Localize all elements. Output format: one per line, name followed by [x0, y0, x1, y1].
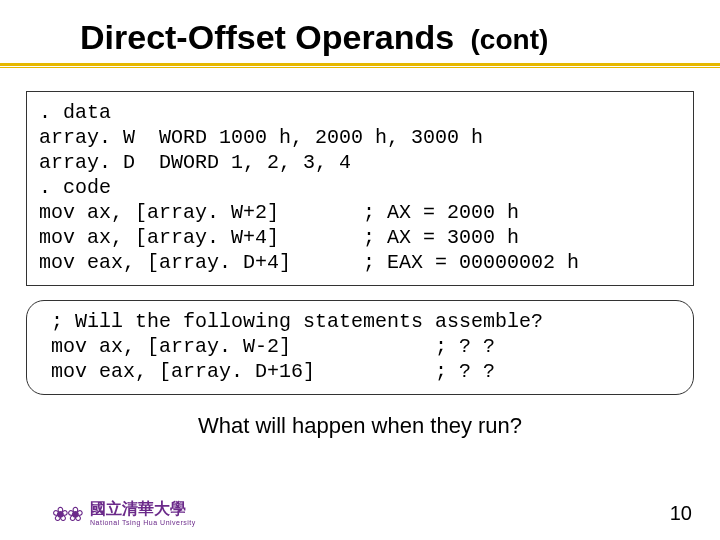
code-line: mov ax, [array. W+2] ; AX = 2000 h	[39, 201, 519, 224]
logo-text-en: National Tsing Hua University	[90, 519, 196, 526]
code-line: array. D DWORD 1, 2, 3, 4	[39, 151, 351, 174]
code-line: mov ax, [array. W-2] ; ? ?	[39, 335, 495, 358]
logo-text-cn: 國立清華大學	[90, 501, 196, 517]
question-text: What will happen when they run?	[0, 413, 720, 439]
code-line: . data	[39, 101, 111, 124]
code-line: array. W WORD 1000 h, 2000 h, 3000 h	[39, 126, 483, 149]
title-cont: (cont)	[471, 24, 549, 55]
title-main: Direct-Offset Operands	[80, 18, 454, 56]
footer: ❀❀ 國立清華大學 National Tsing Hua University …	[52, 501, 692, 526]
code-block-1: . data array. W WORD 1000 h, 2000 h, 300…	[26, 91, 694, 286]
university-logo: ❀❀ 國立清華大學 National Tsing Hua University	[52, 501, 196, 526]
code-line: mov eax, [array. D+16] ; ? ?	[39, 360, 495, 383]
code-line: mov ax, [array. W+4] ; AX = 3000 h	[39, 226, 519, 249]
page-number: 10	[670, 502, 692, 525]
code-line: ; Will the following statements assemble…	[39, 310, 543, 333]
logo-icon: ❀❀	[52, 502, 82, 526]
code-line: mov eax, [array. D+4] ; EAX = 00000002 h	[39, 251, 579, 274]
code-line: . code	[39, 176, 111, 199]
title-underline	[0, 63, 720, 69]
slide-title: Direct-Offset Operands (cont)	[0, 0, 720, 57]
code-block-2: ; Will the following statements assemble…	[26, 300, 694, 395]
